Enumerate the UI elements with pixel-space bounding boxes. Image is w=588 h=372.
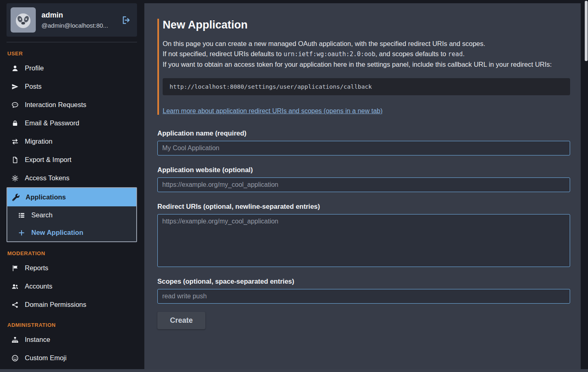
gear-icon bbox=[11, 175, 19, 182]
sidebar-item-label: Custom Emoji bbox=[25, 354, 67, 362]
main-panel: New Application On this page you can cre… bbox=[144, 3, 581, 369]
smile-icon bbox=[11, 354, 19, 362]
application-website-input[interactable] bbox=[157, 177, 570, 192]
page-title: New Application bbox=[163, 19, 570, 31]
intro-line-2: If not specified, redirect URIs defaults… bbox=[163, 49, 570, 59]
user-name: admin bbox=[41, 11, 115, 20]
plus-icon bbox=[18, 229, 25, 236]
sidebar-item-label: Posts bbox=[25, 82, 41, 91]
app-root: admin @admin@localhost:80... USER Profil… bbox=[0, 0, 588, 372]
flag-icon bbox=[11, 265, 19, 272]
paper-plane-icon bbox=[11, 83, 19, 90]
sidebar-item-migration[interactable]: Migration bbox=[7, 132, 137, 151]
lock-icon bbox=[11, 120, 19, 127]
sidebar-item-label: Email & Password bbox=[25, 119, 79, 127]
sidebar-section-user: USER bbox=[7, 50, 137, 57]
sitemap-icon bbox=[11, 336, 19, 344]
applications-group: Applications Search New Application bbox=[7, 187, 137, 242]
inline-code-oob: urn:ietf:wg:oauth:2.0:oob bbox=[283, 50, 375, 58]
intro-line-1: On this page you can create a new manage… bbox=[163, 39, 570, 49]
sidebar-item-label: Migration bbox=[25, 137, 52, 146]
redirect-uris-label: Redirect URIs (optional, newline-separat… bbox=[157, 203, 570, 210]
sidebar-item-new-application[interactable]: New Application bbox=[7, 224, 136, 241]
sidebar-item-instance[interactable]: Instance bbox=[7, 330, 137, 349]
user-handle: @admin@localhost:80... bbox=[41, 22, 115, 29]
user-card: admin @admin@localhost:80... bbox=[7, 3, 137, 37]
application-website-label: Application website (optional) bbox=[157, 166, 570, 174]
create-button[interactable]: Create bbox=[157, 312, 205, 329]
inline-code-read: read bbox=[448, 50, 463, 58]
sidebar-item-applications[interactable]: Applications bbox=[7, 188, 136, 206]
sidebar-item-applications-search[interactable]: Search bbox=[7, 206, 136, 224]
application-name-input[interactable] bbox=[157, 141, 570, 155]
sidebar-item-export-import[interactable]: Export & Import bbox=[7, 151, 137, 169]
sidebar-item-custom-emoji[interactable]: Custom Emoji bbox=[7, 349, 137, 367]
new-application-form: Application name (required) Application … bbox=[157, 129, 570, 329]
sidebar-item-label: Export & Import bbox=[25, 155, 72, 164]
sidebar-item-label: Interaction Requests bbox=[25, 101, 86, 109]
comments-icon bbox=[11, 101, 19, 109]
sidebar-item-label: Applications bbox=[26, 193, 66, 201]
user-meta: admin @admin@localhost:80... bbox=[41, 11, 115, 29]
avatar bbox=[11, 7, 36, 33]
sidebar-item-label: Domain Permissions bbox=[25, 300, 86, 309]
sidebar-item-label: New Application bbox=[31, 228, 83, 237]
intro-line2-text: If not specified, redirect URIs defaults… bbox=[163, 50, 283, 57]
wrench-icon bbox=[12, 194, 20, 201]
share-nodes-icon bbox=[11, 301, 19, 309]
callback-url-code-block: http://localhost:8080/settings/user/appl… bbox=[163, 78, 570, 95]
scopes-label: Scopes (optional, space-separated entrie… bbox=[157, 278, 570, 285]
sidebar-item-domain-permissions[interactable]: Domain Permissions bbox=[7, 295, 137, 314]
sidebar-item-label: Accounts bbox=[25, 282, 52, 291]
sidebar-divider bbox=[7, 42, 137, 42]
sidebar-item-label: Profile bbox=[25, 64, 44, 72]
file-export-icon bbox=[11, 156, 19, 164]
user-icon bbox=[11, 65, 19, 72]
application-name-group: Application name (required) bbox=[157, 129, 570, 155]
intro-line2-text-end: . bbox=[463, 50, 465, 57]
application-name-label: Application name (required) bbox=[157, 129, 570, 137]
sidebar-section-administration: ADMINISTRATION bbox=[7, 322, 137, 328]
sidebar-item-accounts[interactable]: Accounts bbox=[7, 277, 137, 295]
scopes-input[interactable] bbox=[157, 289, 570, 304]
sidebar-item-label: Instance bbox=[25, 335, 50, 344]
sidebar-section-moderation: MODERATION bbox=[7, 250, 137, 256]
redirect-uris-textarea[interactable] bbox=[157, 214, 570, 267]
sidebar-item-access-tokens[interactable]: Access Tokens bbox=[7, 169, 137, 187]
intro-section: New Application On this page you can cre… bbox=[157, 19, 570, 115]
scopes-group: Scopes (optional, space-separated entrie… bbox=[157, 278, 570, 304]
sidebar-item-interaction-requests[interactable]: Interaction Requests bbox=[7, 96, 137, 114]
application-website-group: Application website (optional) bbox=[157, 166, 570, 192]
users-icon bbox=[11, 283, 19, 290]
sidebar-item-reports[interactable]: Reports bbox=[7, 259, 137, 277]
redirect-uris-group: Redirect URIs (optional, newline-separat… bbox=[157, 203, 570, 267]
list-icon bbox=[18, 212, 25, 219]
sidebar-item-label: Search bbox=[31, 211, 52, 219]
sidebar-item-label: Access Tokens bbox=[25, 174, 70, 182]
exchange-arrows-icon bbox=[11, 138, 19, 145]
vertical-scrollbar-thumb[interactable] bbox=[585, 1, 588, 61]
sign-out-icon[interactable] bbox=[121, 15, 131, 25]
sidebar-item-profile[interactable]: Profile bbox=[7, 59, 137, 77]
intro-line-3: If you want to obtain an access token fo… bbox=[163, 59, 570, 70]
sidebar-item-label: Reports bbox=[25, 264, 48, 272]
horizontal-scrollbar[interactable] bbox=[0, 369, 588, 372]
sidebar: admin @admin@localhost:80... USER Profil… bbox=[0, 0, 144, 372]
sidebar-item-email-password[interactable]: Email & Password bbox=[7, 114, 137, 132]
intro-line2-text-mid: , and scopes defaults to bbox=[375, 50, 448, 57]
applications-subnav: Search New Application bbox=[7, 206, 136, 241]
learn-more-link[interactable]: Learn more about application redirect UR… bbox=[163, 107, 383, 115]
sidebar-item-posts[interactable]: Posts bbox=[7, 77, 137, 96]
